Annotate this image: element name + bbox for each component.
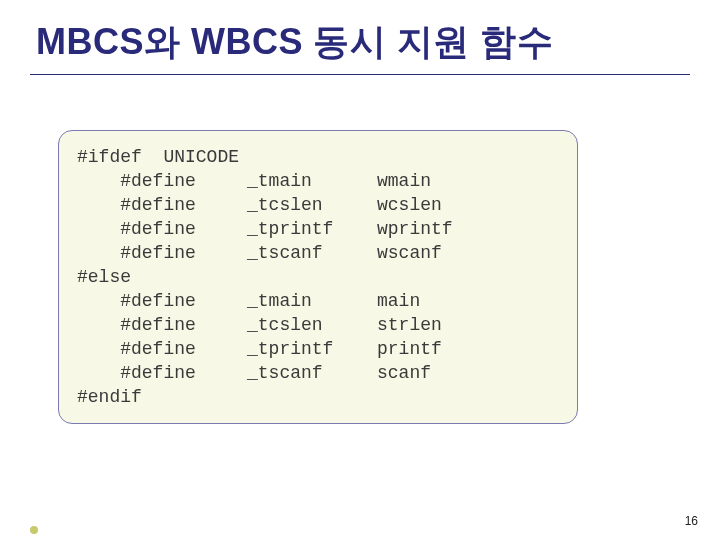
code-col1: #define: [77, 337, 247, 361]
code-col1: #define: [77, 313, 247, 337]
code-col1: #define: [77, 289, 247, 313]
code-line: #endif: [77, 385, 559, 409]
code-col1: #else: [77, 265, 247, 289]
page-number: 16: [685, 514, 698, 528]
code-col1: #define: [77, 193, 247, 217]
code-line: #define_tcslenwcslen: [77, 193, 559, 217]
code-line: #ifdef UNICODE: [77, 145, 559, 169]
code-box: #ifdef UNICODE #define_tmainwmain #defin…: [58, 130, 578, 424]
code-line: #define_tprintfwprintf: [77, 217, 559, 241]
code-col1: #ifdef UNICODE: [77, 145, 247, 169]
code-col2: _tcslen: [247, 193, 377, 217]
code-line: #define_tcslenstrlen: [77, 313, 559, 337]
code-col1: #define: [77, 361, 247, 385]
code-col3: strlen: [377, 313, 442, 337]
code-col1: #define: [77, 241, 247, 265]
code-col2: _tscanf: [247, 241, 377, 265]
code-col2: [247, 385, 377, 409]
code-line: #define_tmainmain: [77, 289, 559, 313]
code-col1: #define: [77, 169, 247, 193]
code-col2: [247, 145, 377, 169]
code-col1: #define: [77, 217, 247, 241]
code-col3: printf: [377, 337, 442, 361]
code-col3: wcslen: [377, 193, 442, 217]
code-col1: #endif: [77, 385, 247, 409]
code-col2: _tscanf: [247, 361, 377, 385]
code-col3: main: [377, 289, 420, 313]
code-col2: _tmain: [247, 289, 377, 313]
code-col2: _tmain: [247, 169, 377, 193]
slide: MBCS와 WBCS 동시 지원 함수 #ifdef UNICODE #defi…: [0, 0, 720, 540]
code-col2: _tcslen: [247, 313, 377, 337]
code-col3: scanf: [377, 361, 431, 385]
code-line: #define_tprintfprintf: [77, 337, 559, 361]
code-col2: [247, 265, 377, 289]
code-line: #define_tscanfscanf: [77, 361, 559, 385]
slide-title: MBCS와 WBCS 동시 지원 함수: [36, 18, 554, 67]
code-col3: wprintf: [377, 217, 453, 241]
code-col2: _tprintf: [247, 217, 377, 241]
code-line: #else: [77, 265, 559, 289]
code-line: #define_tscanfwscanf: [77, 241, 559, 265]
code-line: #define_tmainwmain: [77, 169, 559, 193]
code-col3: wmain: [377, 169, 431, 193]
bullet-icon: [30, 526, 38, 534]
title-underline: [30, 74, 690, 75]
code-col3: wscanf: [377, 241, 442, 265]
code-col2: _tprintf: [247, 337, 377, 361]
